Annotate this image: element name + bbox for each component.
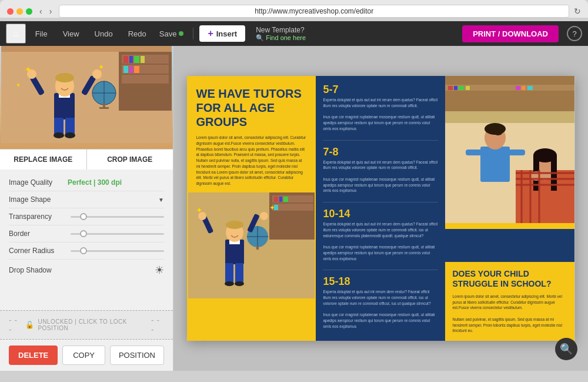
crop-image-button[interactable]: CROP IMAGE <box>87 150 173 170</box>
drop-shadow-icon[interactable]: ☀ <box>155 264 164 277</box>
brochure-panel-left[interactable]: WE HAVE TUTORS FOR ALL AGE GROUPS Lorem … <box>187 76 316 341</box>
panel-left-image: ✦ ✦ <box>187 192 316 298</box>
svg-rect-72 <box>480 147 510 182</box>
image-quality-row: Image Quality Perfect | 300 dpi <box>9 174 164 191</box>
transparency-slider[interactable] <box>71 216 164 218</box>
copy-button[interactable]: COPY <box>62 346 105 365</box>
refresh-button[interactable]: ↻ <box>574 6 581 16</box>
image-actions: REPLACE IMAGE CROP IMAGE <box>0 149 173 170</box>
find-one-link[interactable]: 🔍 Find one here <box>256 34 306 42</box>
svg-rect-40 <box>279 197 282 202</box>
age-range-15-18: 15-18 <box>323 276 438 287</box>
svg-point-54 <box>259 212 268 220</box>
age-group-15-18: 15-18 Experia doluptat et quis aut int r… <box>323 276 438 329</box>
address-bar[interactable]: http://www.mycreativeshop.com/editor <box>59 5 569 18</box>
url-prefix: http:// <box>255 7 272 15</box>
svg-point-57 <box>224 281 233 286</box>
lock-label: UNLOCKED | CLICK TO LOCK POSITION <box>38 318 148 331</box>
image-shape-label: Image Shape <box>9 195 68 204</box>
replace-image-button[interactable]: REPLACE IMAGE <box>0 150 87 170</box>
svg-rect-11 <box>129 66 133 73</box>
svg-text:✦: ✦ <box>98 63 104 71</box>
brochure: WE HAVE TUTORS FOR ALL AGE GROUPS Lorem … <box>187 76 575 341</box>
chevron-down-icon: ▼ <box>158 197 164 203</box>
right-question: DOES YOUR CHILD STRUGGLE IN SCHOOL? <box>452 269 567 289</box>
svg-rect-70 <box>522 86 525 90</box>
image-preview: ✦ ✦ ✦ <box>0 46 173 149</box>
age-range-7-8: 7-8 <box>323 147 438 157</box>
age-group-10-14: 10-14 Experia doluptat et quis aut aut i… <box>323 208 438 261</box>
traffic-light-green <box>26 8 32 15</box>
svg-rect-55 <box>225 263 233 284</box>
panel-right-image <box>445 76 574 229</box>
drop-shadow-label: Drop Shadow <box>9 266 68 274</box>
svg-rect-65 <box>448 86 453 90</box>
url: www.mycreativeshop.com/editor <box>272 7 373 15</box>
svg-rect-77 <box>509 150 525 155</box>
position-button[interactable]: POSITION <box>110 346 164 365</box>
insert-label: Insert <box>216 29 237 38</box>
svg-text:✦: ✦ <box>16 82 21 88</box>
svg-rect-3 <box>122 55 169 64</box>
save-indicator <box>179 31 183 36</box>
age-group-7-8: 7-8 Experia doluptat et quis aut aut int… <box>323 147 438 194</box>
age-group-5-7: 5-7 Experia doluptat et quis aut aut int… <box>323 84 438 132</box>
svg-rect-69 <box>516 86 520 90</box>
border-slider[interactable] <box>71 233 164 235</box>
corner-radius-label: Corner Radius <box>9 247 68 255</box>
bottom-buttons: DELETE COPY POSITION <box>0 340 173 371</box>
brochure-panel-middle: 5-7 Experia doluptat et quis aut aut int… <box>316 76 445 341</box>
svg-rect-56 <box>235 263 243 284</box>
lock-bar[interactable]: - - - 🔓 UNLOCKED | CLICK TO LOCK POSITIO… <box>0 310 173 340</box>
border-row: Border <box>9 225 164 243</box>
age-text-7-8: Experia doluptat et quis aut aut int rer… <box>323 160 438 194</box>
svg-rect-12 <box>134 66 139 73</box>
svg-point-58 <box>234 281 243 286</box>
svg-rect-41 <box>283 197 288 202</box>
image-shape-row[interactable]: Image Shape ▼ <box>9 191 164 208</box>
svg-rect-67 <box>459 86 464 90</box>
svg-text:✦: ✦ <box>195 205 202 215</box>
age-range-5-7: 5-7 <box>323 84 438 95</box>
brochure-title: WE HAVE TUTORS FOR ALL AGE GROUPS <box>196 87 307 129</box>
corner-radius-row: Corner Radius <box>9 243 164 260</box>
transparency-label: Transparency <box>9 212 68 221</box>
svg-rect-4 <box>122 65 169 74</box>
preview-image: ✦ ✦ ✦ <box>1 46 172 143</box>
svg-rect-37 <box>272 195 313 202</box>
view-menu[interactable]: View <box>57 27 85 41</box>
right-body: Lorem ipsum dolor sit amet, consectetur … <box>452 294 567 334</box>
svg-rect-71 <box>527 86 533 90</box>
file-menu[interactable]: File <box>29 27 54 41</box>
print-download-button[interactable]: PRINT / DOWNLOAD <box>462 25 559 42</box>
svg-rect-68 <box>466 86 470 90</box>
brochure-body: Lorem ipsum dolor sit amet, consectetur … <box>196 135 307 187</box>
save-button[interactable]: Save <box>156 27 188 41</box>
svg-point-22 <box>55 73 74 82</box>
back-arrow[interactable]: ‹ <box>37 5 45 17</box>
svg-point-30 <box>65 132 75 138</box>
border-label: Border <box>9 230 68 238</box>
delete-button[interactable]: DELETE <box>9 346 58 365</box>
corner-radius-slider[interactable] <box>71 250 164 252</box>
help-button[interactable]: ? <box>567 26 582 41</box>
zoom-icon: 🔍 <box>560 343 573 356</box>
insert-button[interactable]: + Insert <box>199 25 245 42</box>
svg-rect-7 <box>129 56 133 63</box>
image-shape-dropdown[interactable]: ▼ <box>68 197 164 203</box>
svg-text:✦: ✦ <box>269 204 275 212</box>
age-text-15-18: Experia doluptat et quis aut int rerum d… <box>323 289 438 329</box>
svg-rect-38 <box>272 204 313 211</box>
undo-button[interactable]: Undo <box>89 27 119 41</box>
svg-rect-64 <box>445 85 574 91</box>
redo-button[interactable]: Redo <box>122 27 152 41</box>
zoom-button[interactable]: 🔍 <box>555 338 577 360</box>
svg-rect-8 <box>134 56 139 63</box>
svg-point-50 <box>225 221 243 229</box>
brochure-panel-right: DOES YOUR CHILD STRUGGLE IN SCHOOL? Lore… <box>445 76 574 341</box>
forward-arrow[interactable]: › <box>47 5 55 17</box>
home-button[interactable]: ⌂ <box>6 24 26 44</box>
panel-left-svg: ✦ ✦ <box>187 192 316 298</box>
lock-icon: 🔓 <box>25 321 35 329</box>
traffic-light-yellow <box>16 8 23 15</box>
